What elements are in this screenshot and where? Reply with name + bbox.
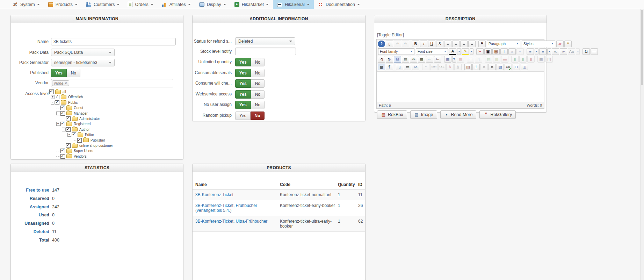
rokgallery-button[interactable]: *RokGallery bbox=[479, 110, 516, 119]
indent-icon[interactable]: » bbox=[508, 48, 516, 55]
stock-level-input[interactable] bbox=[235, 48, 296, 55]
toggle-yes-button[interactable]: Yes bbox=[235, 90, 251, 99]
vertical-scrollbar[interactable] bbox=[640, 9, 644, 280]
published-no-button[interactable]: No bbox=[67, 69, 80, 77]
toggle-yes-button[interactable]: Yes bbox=[235, 69, 251, 77]
font-family-select[interactable]: Font family bbox=[378, 48, 414, 55]
visual-chars-icon[interactable]: ·¶ bbox=[378, 56, 385, 63]
toggle-no-button[interactable]: No bbox=[251, 112, 265, 120]
tree-checkbox[interactable] bbox=[60, 106, 65, 110]
stat-label[interactable]: Deleted bbox=[34, 229, 49, 234]
tree-item-label[interactable]: Öffentlich bbox=[68, 95, 83, 99]
toggle-no-button[interactable]: No bbox=[251, 101, 265, 109]
link-icon[interactable]: ∞ bbox=[489, 64, 496, 70]
italic-icon[interactable]: I bbox=[420, 41, 427, 47]
read-more-button[interactable]: ▼Read More bbox=[440, 110, 477, 119]
name-input[interactable] bbox=[51, 38, 176, 45]
cut-icon[interactable]: ✂ bbox=[476, 48, 484, 55]
toggle-yes-button[interactable]: Yes bbox=[235, 79, 251, 88]
menu-item-affiliates[interactable]: Affiliates bbox=[158, 0, 195, 9]
new-document-icon[interactable]: ▯ bbox=[386, 41, 393, 47]
page-break-icon[interactable]: ▯ bbox=[396, 64, 403, 70]
horizontal-rule-icon[interactable]: — bbox=[591, 48, 598, 55]
anchor-icon[interactable]: ⊥ bbox=[472, 64, 480, 70]
toggle-no-button[interactable]: No bbox=[251, 58, 265, 66]
show-blocks-icon[interactable]: ▩ bbox=[378, 64, 385, 70]
tree-checkbox[interactable] bbox=[60, 154, 65, 159]
spellcheck-icon[interactable]: abc bbox=[505, 64, 512, 70]
product-name-link[interactable]: 3B-Konferenz-Ticket, Ultra-Frühbucher bbox=[195, 216, 280, 227]
font-size-select[interactable]: Font size bbox=[416, 48, 448, 55]
tree-checkbox[interactable] bbox=[66, 143, 71, 148]
menu-item-hikaserial[interactable]: HikaSerial bbox=[273, 0, 314, 9]
copy-icon[interactable]: ▣ bbox=[484, 48, 492, 55]
stat-label[interactable]: Free to use bbox=[26, 188, 49, 193]
tree-checkbox[interactable] bbox=[77, 138, 82, 143]
translate-icon[interactable]: ba bbox=[434, 56, 441, 63]
menu-item-orders[interactable]: Orders bbox=[124, 0, 157, 9]
toggle-editor-link[interactable]: [Toggle Editor] bbox=[377, 33, 404, 37]
paragraph-format-select[interactable]: Paragraph bbox=[487, 41, 520, 47]
highlight-icon[interactable]: ✎ bbox=[462, 48, 469, 55]
media-icon[interactable]: ▭ bbox=[404, 64, 411, 70]
justify-center-icon[interactable]: ≡ bbox=[452, 41, 460, 47]
strikethrough-icon[interactable]: S bbox=[436, 41, 443, 47]
styles-select[interactable]: Styles bbox=[522, 41, 555, 47]
vendor-input[interactable]: None × bbox=[51, 79, 173, 87]
menu-item-hikamarket[interactable]: HikaMarket bbox=[230, 0, 273, 9]
toggle-yes-button[interactable]: Yes bbox=[235, 112, 251, 120]
tree-item-label[interactable]: Administrator bbox=[79, 117, 100, 121]
menu-item-display[interactable]: Display bbox=[195, 0, 230, 9]
tree-expander-icon[interactable]: − bbox=[56, 122, 60, 126]
font-select-icon[interactable]: AA bbox=[412, 64, 419, 70]
tree-expander-icon[interactable]: − bbox=[67, 133, 71, 137]
tree-item-label[interactable]: Manager bbox=[74, 112, 87, 115]
pack-generator-select[interactable]: seriesgen - ticketserie3 bbox=[51, 59, 115, 66]
status-refund-select[interactable]: Deleted bbox=[235, 37, 295, 45]
tree-item-label[interactable]: Editor bbox=[85, 133, 94, 137]
tree-expander-icon[interactable]: − bbox=[56, 112, 60, 115]
justify-left-icon[interactable]: ≡ bbox=[460, 41, 468, 47]
find-icon[interactable]: ∩∩ bbox=[426, 56, 433, 63]
tree-checkbox[interactable] bbox=[66, 116, 71, 121]
tree-checkbox[interactable] bbox=[55, 100, 59, 105]
ordered-list-caret-icon[interactable] bbox=[535, 48, 538, 55]
subscript-icon[interactable]: A₂ bbox=[552, 48, 559, 55]
text-color-icon[interactable]: A bbox=[449, 48, 456, 55]
toggle-no-button[interactable]: No bbox=[251, 90, 265, 99]
tree-item-label[interactable]: Public bbox=[68, 101, 78, 105]
paragraph-icon[interactable]: ¶ bbox=[386, 64, 393, 70]
layer-icon[interactable]: ⊟ bbox=[513, 64, 520, 70]
paste-icon[interactable]: ▤ bbox=[492, 48, 500, 55]
tree-checkbox[interactable] bbox=[60, 122, 65, 126]
published-yes-button[interactable]: Yes bbox=[51, 69, 67, 77]
preview-icon[interactable]: ▤ bbox=[402, 56, 409, 63]
tree-item-label[interactable]: all bbox=[63, 90, 66, 94]
paste-text-icon[interactable]: T bbox=[500, 48, 508, 55]
special-char-icon[interactable]: Ω bbox=[583, 48, 590, 55]
ordered-list-icon[interactable]: ≡ bbox=[527, 48, 534, 55]
bold-icon[interactable]: B bbox=[412, 41, 419, 47]
tree-checkbox[interactable] bbox=[60, 149, 65, 153]
tree-expander-icon[interactable]: + bbox=[51, 95, 55, 99]
tree-checkbox[interactable] bbox=[72, 132, 76, 137]
product-name-link[interactable]: 3B-Konferenz-Ticket bbox=[195, 189, 280, 200]
fullscreen-icon[interactable]: ⊡ bbox=[394, 56, 401, 63]
underline-icon[interactable]: U bbox=[428, 41, 435, 47]
tree-item-label[interactable]: Publisher bbox=[91, 138, 105, 142]
tree-item-label[interactable]: Registered bbox=[74, 122, 91, 126]
text-color-caret-icon[interactable] bbox=[457, 48, 461, 55]
source-code-icon[interactable]: <> bbox=[410, 56, 417, 63]
tree-item-label[interactable]: Guest bbox=[74, 106, 83, 110]
iframe-icon[interactable]: ◫ bbox=[521, 64, 528, 70]
justify-right-icon[interactable]: ≡ bbox=[468, 41, 476, 47]
table-insert-icon[interactable]: ▦ bbox=[444, 56, 451, 63]
print-icon[interactable]: ▦ bbox=[418, 56, 425, 63]
product-name-link[interactable]: 3B-Konferenz-Ticket, Frühbucher (verläng… bbox=[195, 200, 280, 216]
tree-item-label[interactable]: online-shop-customer bbox=[79, 144, 113, 148]
help-icon[interactable]: ? bbox=[378, 41, 385, 47]
text-direction-icon[interactable]: ¶· bbox=[386, 56, 393, 63]
bullet-list-caret-icon[interactable] bbox=[547, 48, 551, 55]
remove-tag-icon[interactable]: × bbox=[65, 81, 67, 85]
cleanup-icon[interactable]: * bbox=[564, 41, 572, 47]
